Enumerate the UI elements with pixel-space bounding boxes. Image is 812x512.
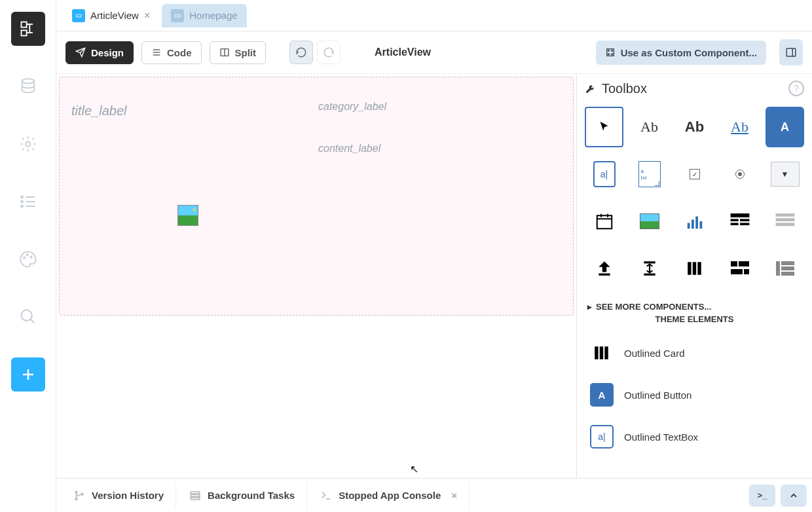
title-label-widget[interactable]: title_label [71, 103, 127, 119]
version-history-tab[interactable]: Version History [62, 483, 176, 508]
component-grid: Ab Ab Ab A a| abd ✓ ▼ [585, 107, 804, 289]
svg-rect-68 [191, 494, 200, 496]
svg-point-26 [611, 54, 612, 55]
column-panel-tool[interactable] [675, 248, 714, 289]
label-bold-icon: Ab [685, 119, 704, 136]
svg-point-6 [21, 206, 23, 208]
image-tool[interactable] [630, 201, 669, 242]
textbox-tool[interactable]: a| [585, 154, 623, 194]
console-controls: >_ [749, 485, 807, 507]
nav-database-icon[interactable] [11, 69, 45, 103]
svg-rect-61 [595, 346, 598, 359]
svg-rect-45 [775, 218, 794, 221]
nav-add-button[interactable] [11, 357, 45, 392]
svg-rect-1 [21, 30, 26, 35]
checkbox-tool[interactable]: ✓ [675, 154, 714, 194]
image-widget[interactable] [177, 205, 198, 226]
theme-outlined-textbox[interactable]: a| Outlined TextBox [585, 416, 804, 458]
code-view-button[interactable]: Code [141, 41, 202, 64]
svg-rect-40 [730, 219, 738, 221]
branch-icon [73, 490, 85, 502]
terminal-icon: >_ [758, 490, 767, 500]
upload-icon [596, 260, 613, 277]
svg-rect-63 [604, 346, 608, 359]
redo-button[interactable] [317, 41, 341, 64]
split-view-button[interactable]: Split [210, 41, 267, 64]
svg-rect-62 [600, 346, 603, 359]
svg-rect-44 [775, 213, 794, 217]
left-nav-sidebar [0, 0, 56, 512]
button-label: Split [235, 47, 257, 58]
fileloader-tool[interactable] [585, 248, 623, 289]
svg-rect-67 [191, 492, 200, 494]
theme-outlined-card[interactable]: Outlined Card [585, 332, 804, 374]
theme-item-label: Outlined Button [624, 390, 692, 401]
expand-panel-button[interactable] [781, 485, 807, 507]
design-canvas-area[interactable]: title_label category_label content_label… [56, 74, 576, 512]
content-label-widget[interactable]: content_label [318, 143, 380, 155]
radio-tool[interactable] [720, 154, 759, 194]
bottom-panel-tabs: Version History Background Tasks Stopped… [56, 478, 812, 512]
label-tool[interactable]: Ab [630, 107, 669, 147]
background-tasks-tab[interactable]: Background Tasks [177, 483, 307, 508]
nav-palette-icon[interactable] [11, 242, 45, 276]
chart-tool[interactable] [675, 201, 714, 242]
flow-panel-icon [731, 261, 749, 276]
form-boundary[interactable]: title_label category_label content_label [59, 77, 574, 316]
svg-rect-37 [695, 217, 698, 229]
repeating-panel-icon [775, 213, 795, 229]
dropdown-tool[interactable]: ▼ [766, 154, 804, 194]
datagrid-tool[interactable] [720, 201, 759, 242]
nav-search-icon[interactable] [11, 300, 45, 334]
button-label: Design [91, 47, 124, 58]
button-icon: A [781, 120, 789, 134]
editor-tabs: ▭ ArticleView × ▭ Homepage [56, 0, 812, 31]
toolbox-panel: Toolbox ? Ab Ab Ab A a| abd ✓ ▼ [576, 74, 812, 512]
nav-list-icon[interactable] [11, 185, 45, 219]
open-console-button[interactable]: >_ [749, 485, 775, 507]
bold-label-tool[interactable]: Ab [675, 107, 714, 147]
svg-rect-60 [781, 272, 794, 276]
spacer-tool[interactable] [630, 248, 669, 289]
close-icon[interactable]: × [451, 490, 457, 501]
pointer-tool[interactable] [585, 107, 623, 147]
textarea-tool[interactable]: abd [630, 154, 669, 194]
chevron-up-icon [788, 490, 799, 501]
theme-outlined-button[interactable]: A Outlined Button [585, 374, 804, 416]
textbox-icon: a| [593, 161, 616, 187]
datepicker-tool[interactable] [585, 201, 623, 242]
tab-articleview[interactable]: ▭ ArticleView × [63, 4, 159, 27]
link-tool[interactable]: Ab [720, 107, 759, 147]
svg-point-25 [608, 54, 609, 55]
nav-outline-icon[interactable] [11, 12, 45, 46]
svg-point-12 [30, 256, 31, 257]
category-label-widget[interactable]: category_label [318, 101, 386, 113]
help-icon[interactable]: ? [788, 81, 804, 96]
svg-rect-52 [697, 262, 701, 275]
svg-rect-59 [781, 266, 794, 270]
tab-label: Background Tasks [208, 490, 295, 501]
button-tool[interactable]: A [766, 107, 804, 147]
svg-rect-43 [740, 223, 749, 225]
app-console-tab[interactable]: Stopped App Console × [308, 483, 470, 508]
svg-rect-42 [730, 223, 738, 225]
image-icon [640, 213, 659, 229]
svg-rect-47 [599, 274, 610, 276]
undo-button[interactable] [289, 41, 313, 64]
repeating-panel-tool[interactable] [766, 201, 804, 242]
close-icon[interactable]: × [144, 10, 150, 22]
theme-elements-header: THEME ELEMENTS [585, 314, 804, 324]
svg-rect-55 [731, 269, 743, 274]
see-more-components-button[interactable]: ▸ SEE MORE COMPONENTS... [587, 302, 804, 312]
nav-gear-icon[interactable] [11, 127, 45, 161]
toggle-right-panel-button[interactable] [779, 39, 803, 65]
svg-rect-0 [21, 22, 26, 27]
design-view-button[interactable]: Design [65, 41, 134, 64]
tab-homepage[interactable]: ▭ Homepage [162, 4, 246, 27]
use-custom-component-button[interactable]: Use as Custom Component... [596, 41, 766, 65]
flow-panel-tool[interactable] [720, 248, 759, 289]
xy-panel-tool[interactable] [766, 248, 804, 289]
button-label: Use as Custom Component... [621, 47, 757, 58]
button-label: Code [167, 47, 192, 58]
svg-line-14 [30, 320, 34, 323]
